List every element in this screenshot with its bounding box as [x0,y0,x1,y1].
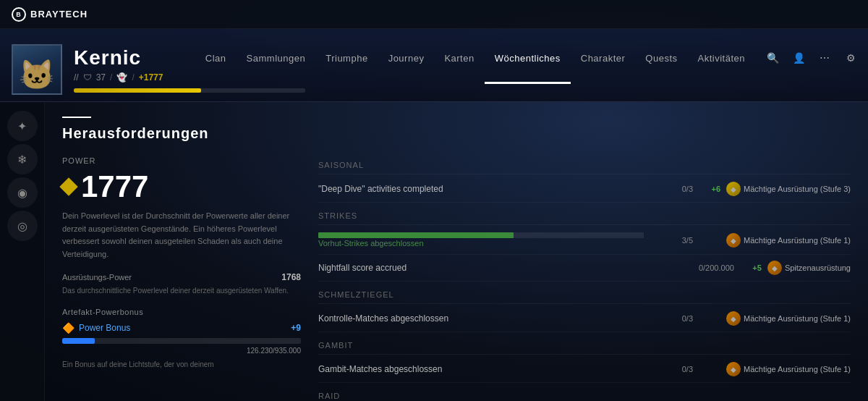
header-progress-bar-fill [74,88,201,93]
challenge-count-nightfall: 0/200.000 [691,263,734,272]
challenge-count-deepdive: 0/3 [650,185,693,193]
challenge-reward-deepdive: ◆ Mächtige Ausrüstung (Stufe 3) [726,182,851,196]
challenge-reward-kontrolle: ◆ Mächtige Ausrüstung (Stufe 1) [726,311,851,326]
nav-item-triumphe[interactable]: Triumphe [315,47,378,69]
section-header-schmelztiegel: Schmelztiegel [318,286,851,304]
meta-slash2: / [132,72,134,83]
reward-text-kontrolle: Mächtige Ausrüstung (Stufe 1) [744,314,851,323]
ausrustungs-power-desc: Das durchschnittliche Powerlevel deiner … [62,285,301,296]
reward-icon-nightfall: ◆ [767,261,782,275]
reward-text-nightfall: Spitzenausrüstung [785,263,851,272]
challenge-row-gambit: Gambit-Matches abgeschlossen 0/3 ◆ Mächt… [318,356,851,383]
brand-name: BRAYTECH [30,9,88,20]
meta-ghost-icon: 👻 [116,72,127,83]
meta-slash1: / [110,72,112,83]
page-title: Herausforderungen [62,125,851,142]
app-wrapper: B BRAYTECH Kernic // 🛡 37 / 👻 / +1777 [0,0,868,401]
brand[interactable]: B BRAYTECH [12,7,88,22]
artifact-bonus-row: 🔶 Power Bonus +9 [62,322,301,334]
section-header-raid: Raid [318,387,851,401]
nav-item-wochentliches[interactable]: Wöchentliches [485,47,571,69]
reward-icon-gambit: ◆ [726,362,741,376]
power-desc: Dein Powerlevel ist der Durchschnitt der… [62,210,301,261]
ausrustungs-power-label: Ausrüstungs-Power [62,273,132,282]
nav-item-sammlungen[interactable]: Sammlungen [237,47,316,69]
section-header-strikes: Strikes [318,207,851,225]
vorhut-bar-wrap [318,232,644,238]
challenge-name-kontrolle: Kontrolle-Matches abgeschlossen [318,313,644,324]
sidebar-btn-2[interactable]: ◉ [7,177,38,208]
artifact-bonus-link[interactable]: 🔶 Power Bonus [62,322,130,334]
sidebar-btn-0[interactable]: ✦ [7,111,38,141]
challenge-row-nightfall: Nightfall score accrued 0/200.000 +5 ◆ S… [318,255,851,282]
top-bar: B BRAYTECH [0,0,868,29]
settings-icon[interactable]: ⚙ [839,46,862,69]
sidebar: ✦ ❄ ◉ ◎ [0,102,45,401]
more-icon[interactable]: ⋯ [813,46,836,69]
section-header-gambit: Gambit [318,337,851,355]
section-raid: Raid "King's Fall" rotator raid complete… [318,387,851,401]
meta-power: 37 [96,72,106,83]
sidebar-btn-3[interactable]: ◎ [7,211,38,241]
main-layout: ✦ ❄ ◉ ◎ Herausforderungen Power 1777 Dei… [0,102,868,401]
meta-separator: // [74,72,79,83]
reward-text-deepdive: Mächtige Ausrüstung (Stufe 3) [744,185,851,193]
search-icon[interactable]: 🔍 [761,46,784,69]
artefakt-label: Artefakt-Powerbonus [62,308,301,316]
meta-shield-icon: 🛡 [83,72,92,83]
nav-item-quests[interactable]: Quests [635,47,687,69]
section-schmelztiegel: Schmelztiegel Kontrolle-Matches abgeschl… [318,286,851,332]
avatar-inner [13,46,61,93]
artifact-desc: Ein Bonus auf deine Lichtstufe, der von … [62,359,301,370]
power-number: 1777 [81,169,148,204]
ausrustungs-power-row: Ausrüstungs-Power 1768 [62,272,301,282]
two-col: Power 1777 Dein Powerlevel ist der Durch… [62,156,851,401]
challenge-count-kontrolle: 0/3 [650,314,693,323]
challenge-reward-vorhut: ◆ Mächtige Ausrüstung (Stufe 1) [726,233,851,248]
right-col: Saisonal "Deep Dive" activities complete… [318,156,851,401]
challenge-row-deepdive: "Deep Dive" activities completed 0/3 +6 … [318,176,851,203]
challenge-name-nightfall: Nightfall score accrued [318,263,685,273]
meta-power-plus: +1777 [139,72,163,83]
reward-text-vorhut: Mächtige Ausrüstung (Stufe 1) [744,236,851,245]
challenge-name-gambit: Gambit-Matches abgeschlossen [318,364,644,374]
artifact-power-icon: 🔶 [62,322,75,334]
nav-items: Clan Sammlungen Triumphe Journey Karten … [195,47,755,69]
nav-item-clan[interactable]: Clan [195,47,237,69]
section-strikes: Strikes Vorhut-Strikes abgeschlossen 3/5 [318,207,851,282]
nav-item-charakter[interactable]: Charakter [571,47,636,69]
sidebar-btn-1[interactable]: ❄ [7,144,38,174]
challenge-count-vorhut: 3/5 [650,236,693,245]
challenge-name-deepdive: "Deep Dive" activities completed [318,184,644,194]
challenge-reward-gambit: ◆ Mächtige Ausrüstung (Stufe 1) [726,362,851,376]
power-diamond-icon [59,177,77,195]
vorhut-bar-fill [318,232,514,238]
reward-icon-kontrolle: ◆ [726,311,741,326]
artifact-progress-fill [62,338,95,344]
section-saisonal: Saisonal "Deep Dive" activities complete… [318,156,851,203]
header-progress-bar-container [74,88,305,93]
nav: Clan Sammlungen Triumphe Journey Karten … [195,29,868,87]
nav-item-aktivitaten[interactable]: Aktivitäten [688,47,755,69]
challenge-bonus-deepdive: +6 [699,185,720,193]
header: Kernic // 🛡 37 / 👻 / +1777 Clan [0,29,868,102]
challenge-name-vorhut: Vorhut-Strikes abgeschlossen [318,232,644,248]
challenge-count-gambit: 0/3 [650,365,693,373]
content: Herausforderungen Power 1777 Dein Powerl… [45,102,868,401]
reward-text-gambit: Mächtige Ausrüstung (Stufe 1) [744,365,851,373]
reward-icon-deepdive: ◆ [726,182,741,196]
avatar [12,44,62,95]
artifact-bonus-value: +9 [291,323,301,333]
nav-item-karten[interactable]: Karten [434,47,484,69]
artifact-bonus-name-text: Power Bonus [79,323,130,333]
vorhut-bar-label: Vorhut-Strikes abgeschlossen [318,239,424,248]
nav-item-journey[interactable]: Journey [378,47,435,69]
left-col: Power 1777 Dein Powerlevel ist der Durch… [62,156,301,401]
user-icon[interactable]: 👤 [787,46,810,69]
header-content: Kernic // 🛡 37 / 👻 / +1777 Clan [0,29,868,101]
challenge-reward-nightfall: ◆ Spitzenausrüstung [767,261,851,275]
reward-icon-vorhut: ◆ [726,233,741,248]
power-value: 1777 [62,169,301,204]
section-header-saisonal: Saisonal [318,156,851,174]
nav-icons: 🔍 👤 ⋯ ⚙ [761,46,862,69]
